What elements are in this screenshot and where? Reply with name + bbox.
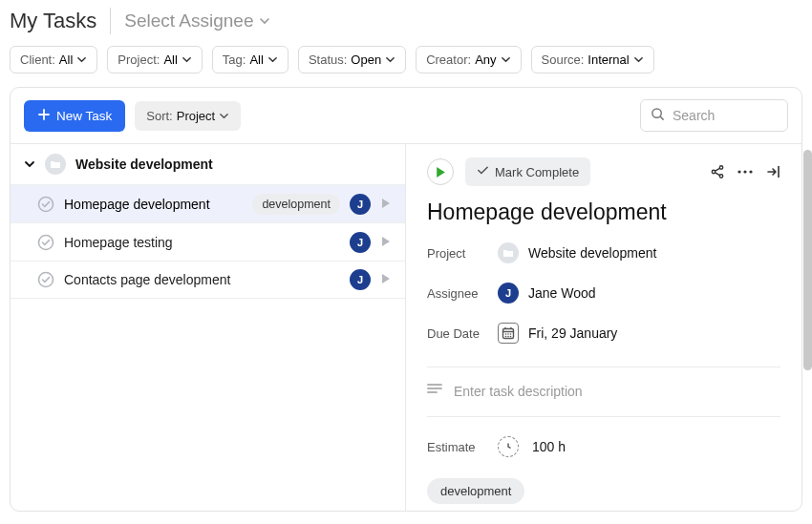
sort-select[interactable]: Sort: Project — [135, 101, 241, 131]
new-task-button[interactable]: New Task — [24, 100, 125, 132]
svg-point-9 — [749, 170, 752, 173]
field-assignee: Assignee J Jane Wood — [427, 283, 780, 304]
toolbar: New Task Sort: Project — [11, 88, 801, 143]
folder-icon — [498, 242, 519, 263]
svg-point-16 — [510, 336, 512, 338]
svg-point-8 — [743, 170, 746, 173]
chevron-down-icon — [267, 54, 278, 65]
chevron-down-icon — [259, 15, 270, 27]
task-row[interactable]: Homepage development development J — [11, 184, 405, 222]
calendar-icon — [498, 323, 519, 344]
check-icon — [477, 164, 489, 179]
group-name: Website development — [75, 157, 213, 172]
task-row[interactable]: Homepage testing J — [11, 222, 405, 261]
task-tag: development — [252, 194, 340, 215]
mark-complete-button[interactable]: Mark Complete — [465, 157, 590, 186]
chevron-down-icon — [385, 54, 395, 65]
check-circle-icon[interactable] — [37, 196, 54, 213]
task-name: Contacts page development — [64, 272, 340, 287]
description-input[interactable]: Enter task description — [427, 377, 780, 412]
share-button[interactable] — [710, 164, 725, 179]
divider — [427, 367, 780, 367]
plus-icon — [37, 108, 51, 124]
more-menu-button[interactable] — [737, 164, 754, 179]
check-circle-icon[interactable] — [37, 271, 54, 288]
chevron-down-icon — [633, 54, 644, 65]
field-label: Project — [427, 246, 498, 261]
filter-creator[interactable]: Creator: Any — [416, 46, 521, 73]
play-icon[interactable] — [380, 272, 392, 287]
svg-point-14 — [505, 336, 507, 338]
task-title[interactable]: Homepage development — [427, 199, 780, 225]
filter-label: Status: — [309, 52, 347, 67]
search-input[interactable] — [673, 108, 802, 123]
folder-icon — [45, 154, 66, 175]
assignee-selector[interactable]: Select Assignee — [124, 10, 270, 31]
assignee-name: Jane Wood — [528, 285, 596, 301]
tags-area: development — [427, 478, 780, 504]
avatar: J — [350, 269, 371, 290]
filter-project[interactable]: Project: All — [107, 46, 203, 73]
filter-value: Open — [351, 52, 381, 67]
project-name: Website development — [528, 245, 656, 261]
page-header: My Tasks Select Assignee — [10, 8, 802, 34]
search-icon — [651, 107, 665, 124]
task-name: Homepage testing — [64, 235, 340, 250]
field-estimate: Estimate 100 h — [427, 436, 780, 457]
svg-point-12 — [507, 333, 509, 335]
divider — [427, 416, 780, 417]
check-circle-icon[interactable] — [37, 234, 54, 251]
filter-client[interactable]: Client: All — [10, 46, 97, 73]
chevron-down-icon — [219, 111, 229, 121]
field-value[interactable]: 100 h — [498, 436, 566, 457]
field-label: Due Date — [427, 326, 498, 341]
search-box[interactable] — [640, 99, 788, 132]
collapse-panel-button[interactable] — [765, 164, 780, 179]
filter-status[interactable]: Status: Open — [298, 46, 406, 73]
avatar: J — [350, 232, 371, 253]
description-placeholder: Enter task description — [454, 384, 583, 399]
filter-label: Creator: — [426, 52, 471, 67]
main-card: New Task Sort: Project We — [10, 87, 802, 512]
field-value[interactable]: Website development — [498, 242, 656, 263]
filter-value: All — [59, 52, 73, 67]
svg-point-7 — [737, 170, 740, 173]
filter-value: All — [163, 52, 177, 67]
start-timer-button[interactable] — [427, 158, 454, 185]
filter-label: Tag: — [223, 52, 246, 67]
play-icon[interactable] — [380, 235, 392, 250]
due-date-value: Fri, 29 January — [528, 325, 617, 341]
task-detail-pane: Mark Complete Homepage development — [406, 144, 801, 511]
avatar: J — [350, 194, 371, 215]
avatar: J — [498, 283, 519, 304]
play-icon[interactable] — [380, 197, 392, 212]
svg-point-4 — [719, 166, 722, 169]
sort-value: Project — [177, 109, 215, 123]
field-label: Estimate — [427, 440, 498, 454]
filter-value: Internal — [588, 52, 629, 67]
svg-point-13 — [510, 333, 512, 335]
svg-point-15 — [507, 336, 509, 338]
page-title: My Tasks — [10, 9, 96, 33]
task-list-pane: Website development Homepage development… — [11, 144, 406, 511]
sort-label: Sort: — [146, 109, 172, 123]
chevron-down-icon — [76, 54, 87, 65]
divider-vertical — [110, 8, 111, 34]
new-task-label: New Task — [56, 109, 112, 123]
field-project: Project Website development — [427, 242, 780, 263]
chevron-down-icon — [182, 54, 192, 65]
filter-value: All — [249, 52, 263, 67]
filter-label: Client: — [20, 52, 55, 67]
field-label: Assignee — [427, 286, 498, 301]
field-value[interactable]: Fri, 29 January — [498, 323, 617, 344]
tag-chip[interactable]: development — [427, 478, 524, 504]
filter-source[interactable]: Source: Internal — [531, 46, 654, 73]
filter-tag[interactable]: Tag: All — [212, 46, 288, 73]
task-row[interactable]: Contacts page development J — [11, 261, 405, 299]
field-value[interactable]: J Jane Wood — [498, 283, 596, 304]
svg-point-11 — [505, 333, 507, 335]
scrollbar[interactable] — [803, 150, 812, 370]
group-header[interactable]: Website development — [11, 144, 405, 184]
chevron-down-icon — [24, 158, 35, 170]
filter-bar: Client: All Project: All Tag: All Status… — [10, 46, 802, 73]
